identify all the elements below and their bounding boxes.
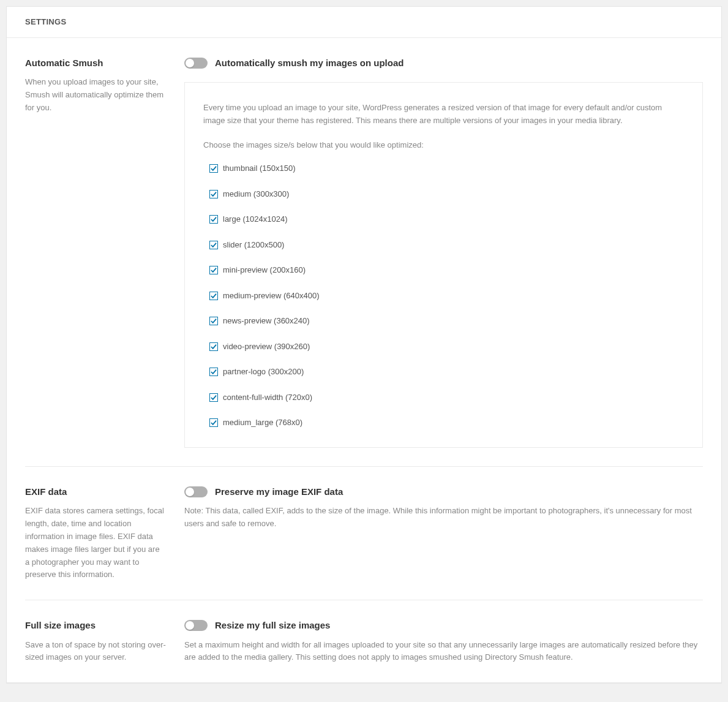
settings-panel: SETTINGS Automatic Smush When you upload… [6,6,722,683]
toggle-fullsize[interactable] [184,620,208,631]
setting-title-fullsize: Full size images [25,619,166,633]
size-item-slider: slider (1200x500) [209,239,684,251]
panel-header: SETTINGS [7,7,721,38]
check-icon [211,369,217,375]
check-icon [211,216,217,222]
checkbox-mini-preview[interactable] [209,266,218,274]
toggle-row-auto: Automatically smush my images on upload [184,56,703,70]
size-item-news-preview: news-preview (360x240) [209,315,684,327]
size-item-thumbnail: thumbnail (150x150) [209,162,684,175]
size-label: large (1024x1024) [223,213,288,225]
size-list: thumbnail (150x150) medium (300x300) [203,162,684,429]
size-item-large: large (1024x1024) [209,213,684,225]
setting-note-exif: Note: This data, called EXIF, adds to th… [184,505,703,530]
checkbox-content-full-width[interactable] [209,393,218,402]
size-label: medium (300x300) [223,188,289,200]
checkbox-slider[interactable] [209,241,218,249]
setting-desc-auto: When you upload images to your site, Smu… [25,76,166,114]
setting-desc-fullsize: Save a ton of space by not storing over-… [25,639,166,665]
size-label: news-preview (360x240) [223,315,310,327]
checkbox-video-preview[interactable] [209,342,218,351]
toggle-knob [186,621,194,630]
check-icon [211,267,217,273]
checkbox-large[interactable] [209,215,218,224]
toggle-automatic-smush[interactable] [184,58,208,69]
setting-note-fullsize: Set a maximum height and width for all i… [184,639,703,665]
check-icon [211,318,217,324]
size-item-mini-preview: mini-preview (200x160) [209,264,684,276]
sizes-choose: Choose the images size/s below that you … [203,138,684,151]
size-label: partner-logo (300x200) [223,366,304,378]
toggle-exif[interactable] [184,486,208,497]
checkbox-medium-preview[interactable] [209,292,218,300]
size-label: slider (1200x500) [223,239,284,251]
size-label: mini-preview (200x160) [223,264,306,276]
setting-row-automatic-smush: Automatic Smush When you upload images t… [25,38,703,467]
sizes-intro: Every time you upload an image to your s… [203,101,684,127]
setting-title-exif: EXIF data [25,485,166,499]
check-icon [211,344,217,350]
checkbox-medium-large[interactable] [209,418,218,427]
size-item-medium-large: medium_large (768x0) [209,417,684,429]
toggle-row-exif: Preserve my image EXIF data [184,485,703,499]
check-icon [211,191,217,197]
toggle-label-fullsize: Resize my full size images [215,619,330,633]
size-item-content-full-width: content-full-width (720x0) [209,391,684,404]
setting-title-auto: Automatic Smush [25,56,166,70]
setting-right: Preserve my image EXIF data Note: This d… [184,485,703,581]
toggle-label-auto: Automatically smush my images on upload [215,56,403,70]
toggle-knob [186,488,194,496]
toggle-knob [186,59,194,67]
toggle-label-exif: Preserve my image EXIF data [215,485,343,499]
setting-left: Automatic Smush When you upload images t… [25,56,184,448]
panel-body: Automatic Smush When you upload images t… [7,38,721,683]
size-item-medium: medium (300x300) [209,188,684,200]
size-item-partner-logo: partner-logo (300x200) [209,366,684,378]
checkbox-partner-logo[interactable] [209,368,218,376]
setting-left: EXIF data EXIF data stores camera settin… [25,485,184,581]
checkbox-medium[interactable] [209,190,218,198]
setting-row-exif: EXIF data EXIF data stores camera settin… [25,467,703,600]
setting-desc-exif: EXIF data stores camera settings, focal … [25,505,166,581]
check-icon [211,394,217,401]
setting-right: Resize my full size images Set a maximum… [184,619,703,664]
check-icon [211,165,217,172]
checkbox-news-preview[interactable] [209,317,218,325]
checkbox-thumbnail[interactable] [209,164,218,173]
size-label: video-preview (390x260) [223,341,310,353]
size-label: medium_large (768x0) [223,417,302,429]
setting-right: Automatically smush my images on upload … [184,56,703,448]
setting-row-fullsize: Full size images Save a ton of space by … [25,600,703,682]
size-label: medium-preview (640x400) [223,290,320,302]
check-icon [211,293,217,299]
image-sizes-box: Every time you upload an image to your s… [184,82,703,448]
check-icon [211,420,217,426]
check-icon [211,242,217,248]
size-label: content-full-width (720x0) [223,391,312,404]
setting-left: Full size images Save a ton of space by … [25,619,184,664]
size-item-medium-preview: medium-preview (640x400) [209,290,684,302]
toggle-row-fullsize: Resize my full size images [184,619,703,633]
size-label: thumbnail (150x150) [223,162,296,175]
size-item-video-preview: video-preview (390x260) [209,341,684,353]
panel-title: SETTINGS [25,16,703,28]
